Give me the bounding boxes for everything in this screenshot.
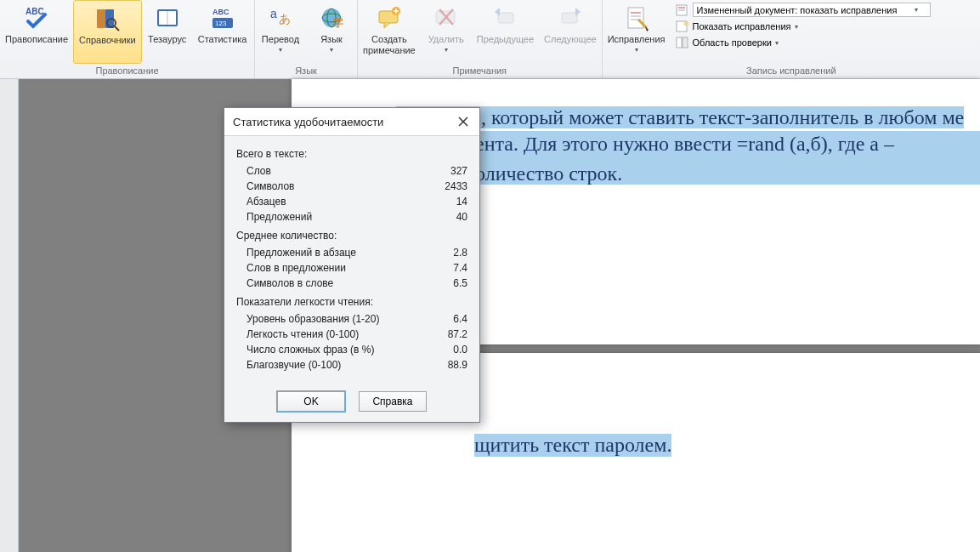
thesaurus-icon xyxy=(153,3,182,32)
chevron-down-icon: ▾ xyxy=(775,39,779,47)
averages-header: Среднее количество: xyxy=(236,230,467,242)
stat-row-grade: Уровень образования (1-20)6.4 xyxy=(236,311,467,327)
wordcount-icon: ABC123 xyxy=(208,3,237,32)
show-markup-label: Показать исправления xyxy=(693,21,791,31)
stat-row-sent-per-para: Предложений в абзаце2.8 xyxy=(236,245,467,260)
track-changes-label: Исправления xyxy=(608,34,666,45)
wordcount-label: Статистика xyxy=(198,34,247,45)
stat-row-words: Слов327 xyxy=(236,163,467,179)
research-icon xyxy=(93,4,122,33)
svg-text:a: a xyxy=(270,7,277,20)
ribbon-group-proofing: ABC Правописание Справочники Тезаурус AB… xyxy=(0,0,255,78)
stat-row-chars-per-word: Символов в слове6.5 xyxy=(236,276,467,291)
next-comment-label: Следующее xyxy=(544,34,597,45)
new-comment-label: Создатьпримечание xyxy=(363,34,416,55)
next-comment-button[interactable]: Следующее xyxy=(539,0,602,64)
svg-rect-25 xyxy=(562,13,577,23)
reviewing-pane-button[interactable]: Область проверки ▾ xyxy=(676,36,931,49)
group-tracking-label: Запись исправлений xyxy=(603,64,980,78)
group-language-label: Язык xyxy=(255,64,357,78)
dropdown-arrow-icon: ▾ xyxy=(330,46,333,54)
spelling-icon: ABC xyxy=(22,3,51,32)
stat-row-chars: Символов2433 xyxy=(236,179,467,194)
stat-row-ease: Легкость чтения (0-100)87.2 xyxy=(236,327,467,342)
svg-rect-36 xyxy=(683,37,688,48)
group-comments-label: Примечания xyxy=(358,64,602,78)
svg-text:123: 123 xyxy=(215,20,227,27)
dropdown-arrow-icon: ▾ xyxy=(635,46,638,54)
display-review-icon xyxy=(676,3,689,17)
svg-rect-1 xyxy=(97,9,105,28)
close-icon xyxy=(458,117,468,127)
document-workspace: генератор, который может ставить текст-з… xyxy=(0,79,980,552)
dialog-title: Статистика удобочитаемости xyxy=(233,116,383,128)
stat-row-complex: Число сложных фраз (в %)0.0 xyxy=(236,342,467,357)
chevron-down-icon: ▾ xyxy=(915,6,918,14)
research-button[interactable]: Справочники xyxy=(73,0,142,64)
show-markup-button[interactable]: Показать исправления ▾ xyxy=(676,20,931,33)
research-label: Справочники xyxy=(79,35,136,46)
document-text[interactable]: оличество строк. xyxy=(475,162,622,185)
delete-comment-icon xyxy=(432,3,461,32)
close-button[interactable] xyxy=(454,113,473,130)
delete-comment-label: Удалить xyxy=(428,34,464,45)
translate-label: Перевод xyxy=(262,34,299,45)
dialog-buttons: OK Справка xyxy=(224,383,479,422)
svg-rect-26 xyxy=(628,8,643,28)
stat-row-sentences: Предложений40 xyxy=(236,209,467,225)
language-label: Язык xyxy=(320,34,343,45)
thesaurus-label: Тезаурус xyxy=(148,34,186,45)
svg-text:ABC: ABC xyxy=(25,7,44,16)
svg-line-4 xyxy=(115,26,119,31)
chevron-down-icon: ▾ xyxy=(795,23,798,31)
stat-row-euphony: Благозвучие (0-100)88.9 xyxy=(236,357,467,373)
spelling-label: Правописание xyxy=(5,34,68,45)
next-comment-icon xyxy=(556,3,585,32)
thesaurus-button[interactable]: Тезаурус xyxy=(142,0,193,64)
ok-button[interactable]: OK xyxy=(277,391,345,412)
display-for-review-select[interactable]: Измененный документ: показать исправлени… xyxy=(693,3,931,17)
previous-comment-icon xyxy=(490,3,519,32)
new-comment-button[interactable]: Создатьпримечание xyxy=(358,0,421,64)
previous-comment-label: Предыдущее xyxy=(477,34,534,45)
translate-icon: aあ xyxy=(266,3,295,32)
stat-row-words-per-sent: Слов в предложении7.4 xyxy=(236,260,467,276)
language-icon: 字 xyxy=(317,3,346,32)
help-button[interactable]: Справка xyxy=(359,391,427,412)
ribbon: ABC Правописание Справочники Тезаурус AB… xyxy=(0,0,980,79)
group-proofing-label: Правописание xyxy=(0,64,254,78)
spelling-button[interactable]: ABC Правописание xyxy=(0,0,73,64)
track-changes-button[interactable]: Исправления ▾ xyxy=(603,0,671,64)
dropdown-arrow-icon: ▾ xyxy=(279,46,282,54)
language-button[interactable]: 字 Язык ▾ xyxy=(306,0,357,64)
reviewing-pane-label: Область проверки xyxy=(693,37,772,48)
counts-header: Всего в тексте: xyxy=(236,148,467,160)
reviewing-pane-icon xyxy=(676,36,689,49)
wordcount-button[interactable]: ABC123 Статистика xyxy=(193,0,252,64)
new-comment-icon xyxy=(375,3,404,32)
svg-text:ABC: ABC xyxy=(212,8,229,16)
ribbon-group-language: aあ Перевод ▾ 字 Язык ▾ Язык xyxy=(255,0,358,78)
dialog-body: Всего в тексте: Слов327 Символов2433 Абз… xyxy=(224,136,479,383)
display-for-review-value: Измененный документ: показать исправлени… xyxy=(697,5,898,15)
show-markup-icon xyxy=(676,20,689,33)
readability-header: Показатели легкости чтения: xyxy=(236,296,467,308)
document-text[interactable]: щитить текст паролем. xyxy=(396,434,671,457)
translate-button[interactable]: aあ Перевод ▾ xyxy=(255,0,306,64)
ribbon-group-tracking: Исправления ▾ Измененный документ: показ… xyxy=(603,0,980,78)
delete-comment-button[interactable]: Удалить ▾ xyxy=(421,0,472,64)
track-changes-icon xyxy=(622,3,651,32)
svg-text:字: 字 xyxy=(333,17,343,29)
dialog-titlebar[interactable]: Статистика удобочитаемости xyxy=(224,108,479,136)
readability-statistics-dialog: Статистика удобочитаемости Всего в текст… xyxy=(224,107,480,423)
vertical-ruler[interactable] xyxy=(0,79,19,552)
previous-comment-button[interactable]: Предыдущее xyxy=(472,0,539,64)
svg-rect-34 xyxy=(684,22,688,26)
dropdown-arrow-icon: ▾ xyxy=(445,46,448,54)
svg-rect-35 xyxy=(677,37,682,48)
svg-text:あ: あ xyxy=(279,12,291,26)
stat-row-paragraphs: Абзацев14 xyxy=(236,194,467,209)
svg-rect-24 xyxy=(498,13,513,23)
ribbon-group-comments: Создатьпримечание Удалить ▾ Предыдущее xyxy=(358,0,603,78)
